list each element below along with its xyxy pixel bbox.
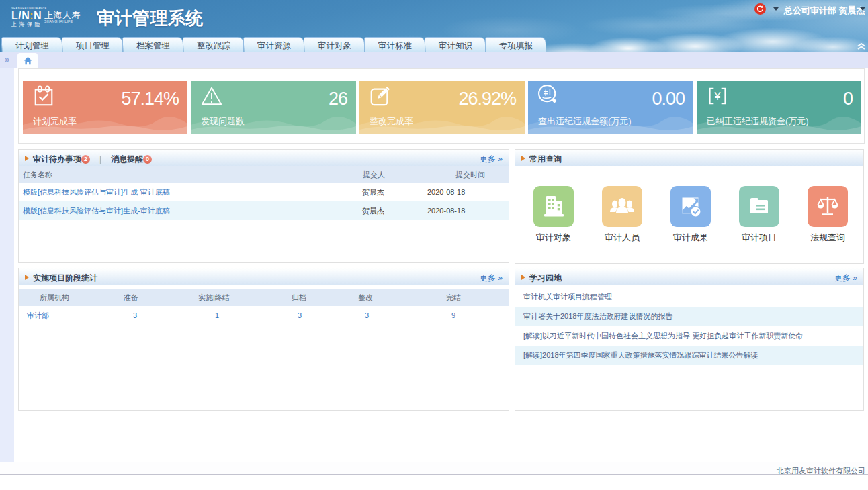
svg-text:¥: ¥ <box>714 90 721 102</box>
